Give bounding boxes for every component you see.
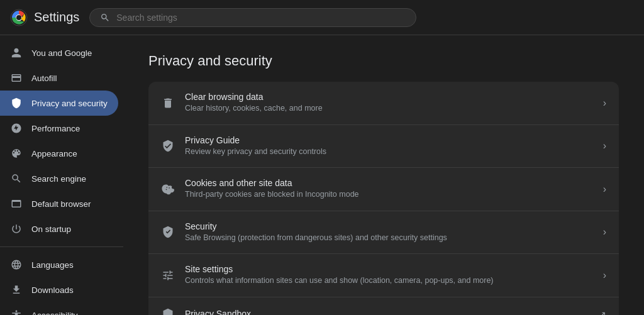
sidebar-item-search-engine[interactable]: Search engine — [0, 166, 118, 191]
sidebar-item-label: Downloads — [31, 285, 74, 295]
settings-item-title: Privacy Sandbox — [185, 309, 589, 316]
chrome-logo-icon — [10, 9, 28, 26]
sandbox-icon — [161, 307, 175, 316]
sidebar-item-languages[interactable]: Languages — [0, 252, 118, 277]
sidebar: You and Google Autofill Privacy and secu… — [0, 35, 123, 315]
settings-card: Clear browsing data Clear history, cooki… — [148, 82, 619, 315]
shield-icon — [10, 97, 23, 109]
chevron-right-icon: › — [603, 226, 606, 238]
delete-icon — [161, 96, 175, 110]
chevron-right-icon: › — [603, 184, 606, 195]
settings-item-subtitle: Safe Browsing (protection from dangerous… — [185, 233, 593, 244]
search-engine-icon — [10, 172, 23, 185]
sidebar-item-label: Languages — [31, 260, 74, 270]
sidebar-item-accessibility[interactable]: Accessibility — [0, 302, 118, 315]
palette-icon — [10, 147, 23, 160]
main-content: Privacy and security Clear browsing data… — [123, 35, 644, 315]
card-icon — [10, 72, 23, 84]
sidebar-item-default-browser[interactable]: Default browser — [0, 191, 118, 216]
search-input[interactable] — [116, 13, 406, 23]
settings-item-content: Security Safe Browsing (protection from … — [185, 221, 593, 244]
browser-icon — [10, 197, 23, 210]
sidebar-item-label: You and Google — [31, 48, 92, 58]
settings-item-content: Site settings Controls what information … — [185, 264, 593, 287]
settings-item-title: Privacy Guide — [185, 135, 593, 145]
sidebar-item-label: Accessibility — [31, 311, 78, 316]
settings-item-content: Privacy Sandbox — [185, 309, 589, 316]
settings-item-title: Site settings — [185, 264, 593, 274]
app-title: Settings — [34, 10, 79, 25]
power-icon — [10, 223, 23, 235]
settings-item-title: Security — [185, 221, 593, 231]
download-icon — [10, 284, 23, 296]
settings-item-content: Privacy Guide Review key privacy and sec… — [185, 135, 593, 158]
page-title: Privacy and security — [148, 53, 619, 69]
sidebar-item-appearance[interactable]: Appearance — [0, 141, 118, 166]
settings-item-clear-browsing-data[interactable]: Clear browsing data Clear history, cooki… — [148, 82, 619, 125]
logo: Settings — [10, 9, 79, 26]
settings-item-subtitle: Clear history, cookies, cache, and more — [185, 103, 593, 114]
settings-item-site-settings[interactable]: Site settings Controls what information … — [148, 254, 619, 297]
cookie-icon — [161, 182, 175, 196]
privacy-guide-icon — [161, 139, 175, 153]
chevron-right-icon: › — [603, 97, 606, 109]
settings-item-subtitle: Controls what information sites can use … — [185, 275, 593, 287]
sidebar-item-you-and-google[interactable]: You and Google — [0, 40, 118, 65]
settings-item-content: Cookies and other site data Third-party … — [185, 178, 593, 201]
sidebar-item-autofill[interactable]: Autofill — [0, 65, 118, 91]
accessibility-icon — [10, 309, 23, 315]
gauge-icon — [10, 122, 23, 135]
header: Settings — [0, 0, 644, 35]
sidebar-item-privacy-and-security[interactable]: Privacy and security — [0, 91, 118, 116]
settings-item-title: Clear browsing data — [185, 92, 593, 102]
sidebar-item-on-startup[interactable]: On startup — [0, 216, 118, 241]
chevron-right-icon: › — [603, 140, 606, 152]
globe-icon — [10, 258, 23, 271]
chevron-right-icon: › — [603, 270, 606, 281]
settings-item-privacy-guide[interactable]: Privacy Guide Review key privacy and sec… — [148, 125, 619, 169]
search-bar[interactable] — [89, 8, 416, 27]
sidebar-divider — [0, 246, 123, 247]
settings-item-privacy-sandbox[interactable]: Privacy Sandbox ↗ — [148, 297, 619, 316]
search-icon — [100, 13, 110, 23]
sidebar-item-label: Default browser — [31, 199, 91, 209]
sliders-icon — [161, 268, 175, 282]
settings-item-cookies[interactable]: Cookies and other site data Third-party … — [148, 168, 619, 211]
main-layout: You and Google Autofill Privacy and secu… — [0, 35, 644, 315]
settings-item-subtitle: Review key privacy and security controls — [185, 146, 593, 158]
person-icon — [10, 47, 23, 59]
sidebar-item-label: Performance — [31, 124, 80, 133]
sidebar-item-label: Privacy and security — [31, 99, 108, 108]
sidebar-item-performance[interactable]: Performance — [0, 116, 118, 141]
sidebar-item-label: Autofill — [31, 74, 57, 83]
sidebar-item-downloads[interactable]: Downloads — [0, 277, 118, 302]
settings-item-security[interactable]: Security Safe Browsing (protection from … — [148, 211, 619, 255]
sidebar-item-label: Appearance — [31, 149, 77, 158]
svg-point-2 — [16, 15, 21, 20]
settings-item-subtitle: Third-party cookies are blocked in Incog… — [185, 189, 593, 201]
settings-item-content: Clear browsing data Clear history, cooki… — [185, 92, 593, 114]
security-icon — [161, 225, 175, 239]
sidebar-item-label: On startup — [31, 224, 71, 234]
sidebar-item-label: Search engine — [31, 174, 86, 184]
settings-item-title: Cookies and other site data — [185, 178, 593, 188]
external-link-icon: ↗ — [599, 309, 606, 316]
